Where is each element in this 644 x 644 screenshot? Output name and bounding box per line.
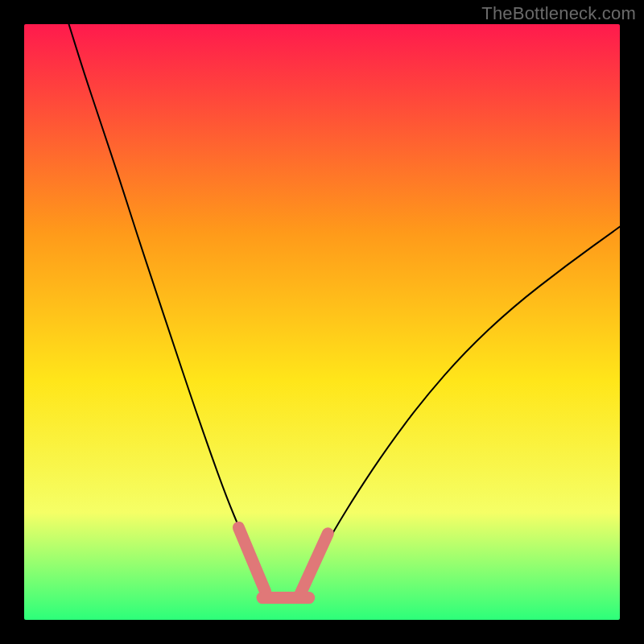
chart-stage: TheBottleneck.com (0, 0, 644, 644)
plot-area (24, 24, 620, 620)
plot-svg (24, 24, 620, 620)
watermark-text: TheBottleneck.com (481, 3, 636, 24)
gradient-background (24, 24, 620, 620)
